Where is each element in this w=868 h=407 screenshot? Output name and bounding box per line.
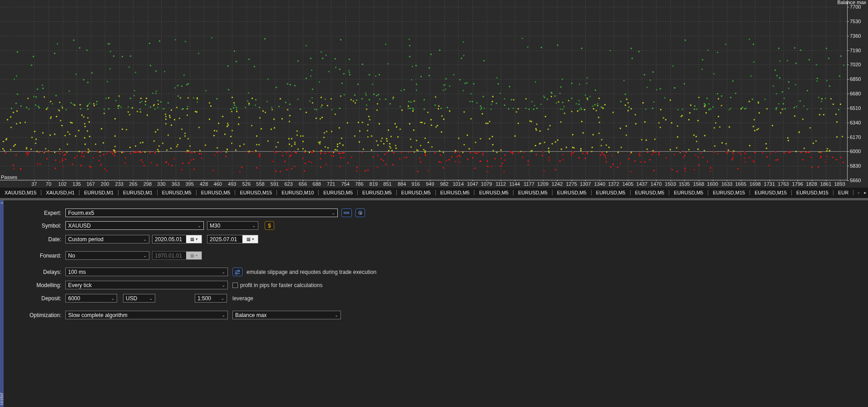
date-to-value: 2025.07.01 <box>207 236 242 243</box>
optimization-chart[interactable]: Balance max Passes 770075307360719070206… <box>0 0 868 188</box>
x-tick-label: 786 <box>355 181 363 187</box>
leverage-select[interactable]: 1:500 ⌄ <box>195 294 227 303</box>
chevron-down-icon: ⌄ <box>141 253 147 258</box>
chart-tab[interactable]: EURUSD,M5 <box>552 188 591 198</box>
expert-value: Fourm.ex5 <box>68 210 94 216</box>
scroll-right-icon[interactable]: ▸ <box>864 190 866 195</box>
expert-properties-button[interactable]: ⚙ <box>355 208 365 217</box>
chart-tab[interactable]: XAUUSD,H1 <box>41 188 79 198</box>
gear-center-dot <box>360 213 361 214</box>
x-tick-label: 1600 <box>707 181 718 187</box>
dropdown-arrow-icon: ▾ <box>196 237 197 241</box>
chart-tab[interactable]: EURUSD,M15 <box>750 188 791 198</box>
x-tick-label: 558 <box>256 181 264 187</box>
delays-row: Delays: 100 ms ⌄ emulate slippage and re… <box>4 268 866 276</box>
calendar-picker[interactable]: ▦▾ <box>242 235 258 243</box>
delays-value: 100 ms <box>68 269 86 275</box>
x-tick-label: 1144 <box>509 181 520 187</box>
scatter-canvas[interactable] <box>0 0 868 188</box>
forward-select[interactable]: No ⌄ <box>65 251 149 260</box>
forward-date-field: 1970.01.01 ▦▾ <box>152 251 202 260</box>
chart-tab[interactable]: EURUSD,M5 <box>197 188 235 198</box>
chart-tab[interactable]: EURUSD,M1 <box>79 188 118 198</box>
calendar-icon: ▦ <box>247 237 251 242</box>
chart-tab[interactable]: EURUSD,M10 <box>277 188 318 198</box>
x-axis-title: Passes <box>1 174 17 180</box>
chart-tab[interactable]: EURUSD,M5 <box>474 188 513 198</box>
modelling-note: profit in pips for faster calculations <box>240 282 322 288</box>
x-tick-label: 1796 <box>792 181 803 187</box>
x-tick-label: 1568 <box>693 181 704 187</box>
x-tick-label: 265 <box>129 181 137 187</box>
date-period-select[interactable]: Custom period ⌄ <box>65 235 149 243</box>
x-tick-label: 721 <box>327 181 335 187</box>
profit-in-pips-checkbox[interactable] <box>232 283 238 288</box>
symbol-value: XAUUSD <box>68 223 91 229</box>
date-to-field[interactable]: 2025.07.01 ▦▾ <box>207 235 258 243</box>
chart-tab[interactable]: EURUSD,M5 <box>669 188 708 198</box>
symbol-select[interactable]: XAUUSD ⌄ <box>65 221 204 230</box>
criterion-value: Balance max <box>235 312 266 318</box>
calendar-icon: ▦ <box>190 253 194 258</box>
x-tick-label: 623 <box>284 181 292 187</box>
criterion-select[interactable]: Balance max ⌄ <box>232 311 341 319</box>
strategy-tester-panel: < Strategy Tester Expert: Fourm.ex5 ⌄ ID… <box>0 200 868 407</box>
chevron-down-icon: ⌄ <box>220 283 225 288</box>
ide-button[interactable]: IDE <box>341 208 352 217</box>
tab-separator <box>853 190 853 195</box>
chart-tab[interactable]: XAUUSD,M15 <box>0 188 41 198</box>
chart-tab[interactable]: EURUSD,M5 <box>513 188 552 198</box>
chart-tab[interactable]: EURUSD,M5 <box>436 188 474 198</box>
x-tick-label: 591 <box>271 181 279 187</box>
optimization-select[interactable]: Slow complete algorithm ⌄ <box>65 311 228 319</box>
x-tick-label: 754 <box>341 181 350 187</box>
x-tick-label: 982 <box>440 181 449 187</box>
currency-value: USD <box>126 295 137 302</box>
x-tick-label: 1731 <box>764 181 775 187</box>
forward-date-value: 1970.01.01 <box>153 253 186 259</box>
deposit-select[interactable]: 6000 ⌄ <box>65 294 117 303</box>
chart-tab[interactable]: EURUSD,M5 <box>397 188 435 198</box>
chart-tab[interactable]: EURUSD,M15 <box>792 188 833 198</box>
delays-select[interactable]: 100 ms ⌄ <box>65 268 228 276</box>
chart-tab[interactable]: EURUSD,M5 <box>358 188 396 198</box>
chart-tab[interactable]: EURUSD,M5 <box>319 188 357 198</box>
chart-tab[interactable]: EURUSD,M5 <box>631 188 669 198</box>
expert-select[interactable]: Fourm.ex5 ⌄ <box>65 208 338 217</box>
chevron-down-icon: ⌄ <box>196 223 201 228</box>
scroll-left-icon[interactable]: ◂ <box>857 190 859 195</box>
x-tick-label: 330 <box>157 181 165 187</box>
symbol-properties-button[interactable]: $ <box>265 221 274 230</box>
x-tick-label: 526 <box>242 181 251 187</box>
chart-tab[interactable]: EURUSD,M5 <box>158 188 196 198</box>
modelling-select[interactable]: Every tick ⌄ <box>65 281 228 289</box>
date-period-value: Custom period <box>68 236 104 243</box>
dropdown-arrow-icon: ▾ <box>252 237 254 241</box>
chart-tab[interactable]: EURUSD,M5 <box>592 188 630 198</box>
currency-select[interactable]: USD ⌄ <box>123 294 155 303</box>
y-tick-label: 7360 <box>850 33 861 39</box>
slippage-toggle-button[interactable] <box>232 268 242 276</box>
x-tick-label: 493 <box>228 181 236 187</box>
calendar-picker[interactable]: ▦▾ <box>186 235 202 243</box>
dropdown-arrow-icon: ▾ <box>196 253 197 258</box>
chart-tab[interactable]: EURUSD,M15 <box>708 188 750 198</box>
collapse-panel-icon[interactable]: < <box>0 201 4 205</box>
chevron-down-icon: ⌄ <box>147 296 153 301</box>
chart-tab[interactable]: EUR <box>833 188 853 198</box>
y-tick-label: 6170 <box>850 134 861 140</box>
chart-tab[interactable]: EURUSD,M1 <box>118 188 157 198</box>
chart-tab[interactable]: EURUSD,M15 <box>235 188 276 198</box>
period-select[interactable]: M30 ⌄ <box>207 221 258 230</box>
chevron-down-icon: ⌄ <box>109 296 114 301</box>
expert-row: Expert: Fourm.ex5 ⌄ IDE ⚙ <box>4 208 866 217</box>
x-tick-label: 1209 <box>538 181 548 187</box>
x-tick-label: 1177 <box>523 181 534 187</box>
x-tick-label: 167 <box>86 181 94 187</box>
panel-side-strip[interactable]: < Strategy Tester <box>0 200 4 407</box>
optimization-label: Optimization: <box>4 312 61 318</box>
forward-row: Forward: No ⌄ 1970.01.01 ▦▾ <box>4 251 866 260</box>
x-tick-label: 1665 <box>735 181 746 187</box>
chevron-down-icon: ⌄ <box>220 270 225 274</box>
date-from-field[interactable]: 2020.05.01 ▦▾ <box>152 235 202 243</box>
